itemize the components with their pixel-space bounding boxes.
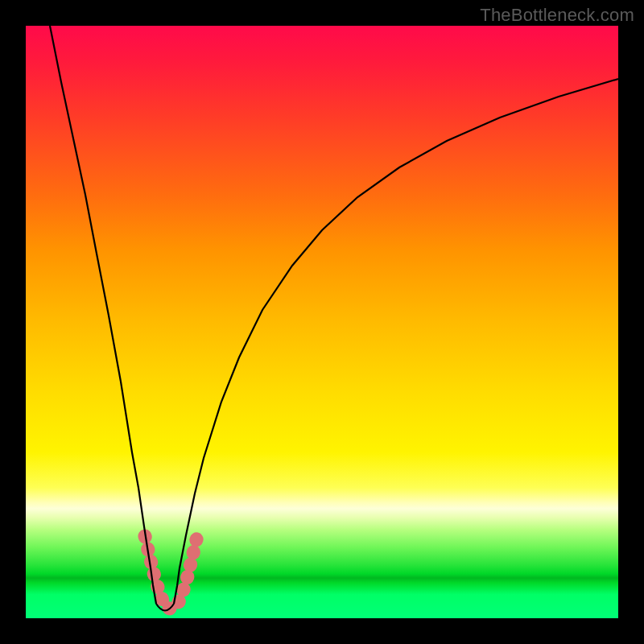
plot-area: [26, 26, 618, 618]
left-branch-path: [50, 26, 156, 604]
right-branch-path: [174, 79, 618, 604]
curve-layer: [26, 26, 618, 618]
valley-highlight-path: [145, 536, 197, 609]
chart-stage: TheBottleneck.com: [0, 0, 644, 644]
watermark-text: TheBottleneck.com: [480, 5, 634, 26]
